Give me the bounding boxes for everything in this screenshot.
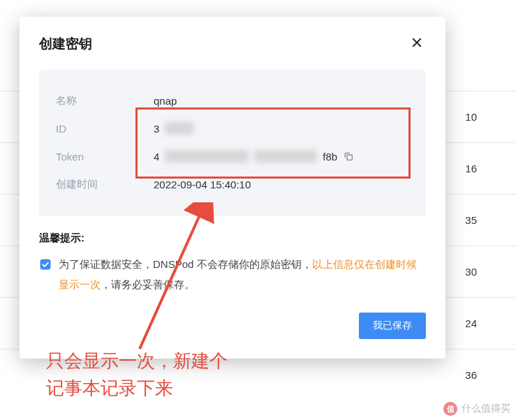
tips-header: 温馨提示: — [39, 232, 426, 245]
tips-text: 为了保证数据安全，DNSPod 不会存储你的原始密钥，以上信息仅在创建时候显示一… — [59, 255, 426, 294]
token-masked — [165, 150, 249, 163]
save-button[interactable]: 我已保存 — [359, 313, 426, 339]
token-masked — [254, 150, 317, 163]
name-value: qnap — [154, 95, 177, 107]
svg-rect-3 — [40, 260, 51, 270]
token-value: 4 f8b — [154, 150, 354, 163]
svg-rect-2 — [347, 155, 352, 160]
modal-title: 创建密钥 — [39, 35, 92, 53]
name-label: 名称 — [56, 94, 154, 107]
name-row: 名称 qnap — [56, 87, 405, 114]
token-label: Token — [56, 151, 154, 163]
created-value: 2022-09-04 15:40:10 — [154, 179, 251, 190]
check-icon — [39, 258, 52, 271]
create-key-modal: 创建密钥 名称 qnap ID 3 Token 4 f8b — [20, 17, 445, 359]
id-masked — [165, 122, 194, 135]
watermark: 值 什么值得买 — [443, 402, 510, 416]
id-row: ID 3 — [56, 114, 405, 142]
token-row: Token 4 f8b — [56, 142, 405, 170]
copy-icon[interactable] — [343, 151, 354, 162]
modal-footer: 我已保存 — [39, 313, 426, 339]
created-row: 创建时间 2022-09-04 15:40:10 — [56, 170, 405, 198]
id-label: ID — [56, 123, 154, 135]
tips-body: 为了保证数据安全，DNSPod 不会存储你的原始密钥，以上信息仅在创建时候显示一… — [39, 255, 426, 294]
close-icon[interactable] — [408, 33, 426, 54]
created-label: 创建时间 — [56, 178, 154, 191]
id-value: 3 — [154, 122, 194, 135]
watermark-logo-icon: 值 — [443, 402, 457, 416]
key-info-panel: 名称 qnap ID 3 Token 4 f8b 创建时 — [39, 70, 426, 216]
modal-header: 创建密钥 — [39, 33, 426, 54]
